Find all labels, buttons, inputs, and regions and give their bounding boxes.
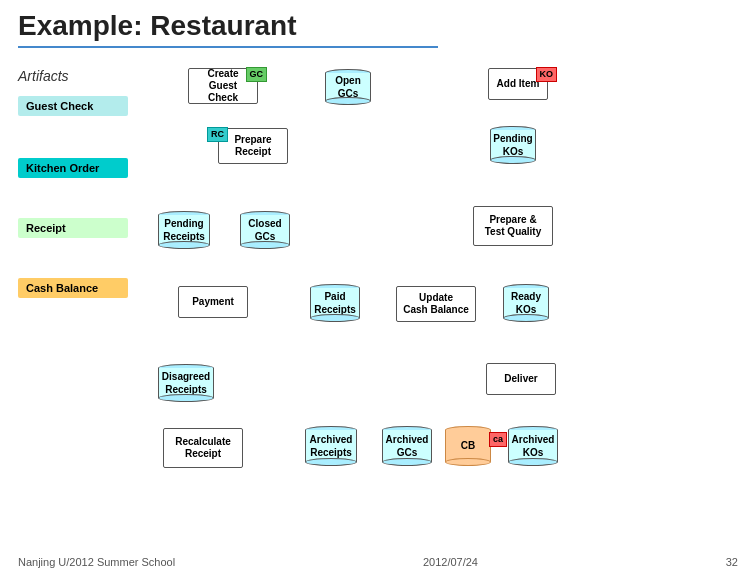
cb-ca-cylinder: CB ca: [443, 418, 493, 474]
recalculate-receipt-node: Recalculate Receipt: [163, 428, 243, 468]
update-cash-balance-node: Update Cash Balance: [396, 286, 476, 322]
footer-page: 32: [726, 556, 738, 568]
artifact-receipt: Receipt: [18, 218, 128, 238]
archived-kos-cylinder: Archived KOs: [506, 418, 560, 474]
create-guest-check-node: Create Guest Check GC: [188, 68, 258, 104]
prepare-receipt-node: Prepare Receipt RC: [218, 128, 288, 164]
archived-gcs-cylinder: Archived GCs: [380, 418, 434, 474]
ko-tag: KO: [536, 67, 558, 82]
disagreed-receipts-cylinder: Disagreed Receipts: [156, 356, 216, 410]
paid-receipts-cylinder: Paid Receipts: [308, 276, 362, 330]
pending-receipts-cylinder: Pending Receipts: [156, 203, 212, 257]
add-item-node: Add Item KO: [488, 68, 548, 100]
pending-kos-cylinder: Pending KOs: [488, 118, 538, 172]
footer-date: 2012/07/24: [423, 556, 478, 568]
deliver-node: Deliver: [486, 363, 556, 395]
closed-gcs-cylinder: Closed GCs: [238, 203, 292, 257]
artifact-cash-balance: Cash Balance: [18, 278, 128, 298]
artifacts-label: Artifacts: [18, 68, 128, 84]
rc-tag: RC: [207, 127, 228, 142]
footer: Nanjing U/2012 Summer School 2012/07/24 …: [18, 556, 738, 568]
gc-tag: GC: [246, 67, 268, 82]
diagram-area: Create Guest Check GC Open GCs Add Item …: [128, 58, 738, 558]
artifact-guest-check: Guest Check: [18, 96, 128, 116]
page-title: Example: Restaurant: [0, 0, 756, 46]
ready-kos-cylinder: Ready KOs: [501, 276, 551, 330]
footer-school: Nanjing U/2012 Summer School: [18, 556, 175, 568]
archived-receipts-cylinder: Archived Receipts: [303, 418, 359, 474]
payment-node: Payment: [178, 286, 248, 318]
artifact-kitchen-order: Kitchen Order: [18, 158, 128, 178]
artifacts-column: Artifacts Guest Check Kitchen Order Rece…: [18, 58, 128, 558]
ca-tag: ca: [489, 432, 507, 447]
prepare-test-quality-node: Prepare & Test Quality: [473, 206, 553, 246]
title-underline: [18, 46, 438, 48]
open-gcs-cylinder: Open GCs: [323, 62, 373, 112]
